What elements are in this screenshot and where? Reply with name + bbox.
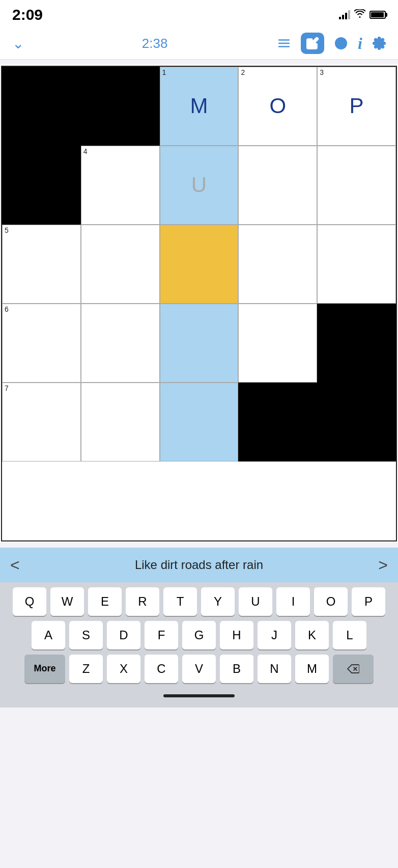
cell-r1c3[interactable]: 1 M	[160, 67, 239, 146]
more-key[interactable]: More	[24, 655, 65, 683]
key-j[interactable]: J	[258, 621, 291, 649]
status-icons	[339, 9, 386, 21]
cell-r5c5	[317, 383, 396, 462]
clue-next-button[interactable]: >	[378, 557, 388, 573]
key-u[interactable]: U	[239, 587, 272, 616]
keyboard-container: Q W E R T Y U I O P A S D F G H J K L Mo…	[0, 582, 398, 690]
key-g[interactable]: G	[182, 621, 216, 649]
cell-r4c5	[317, 304, 396, 383]
clue-bar: < Like dirt roads after rain >	[0, 548, 398, 582]
clue-prev-button[interactable]: <	[10, 557, 20, 573]
key-k[interactable]: K	[295, 621, 329, 649]
settings-icon-button[interactable]	[373, 37, 386, 50]
cell-number-4: 4	[83, 148, 88, 155]
help-icon-button[interactable]	[334, 37, 348, 50]
cell-r1c1	[2, 67, 81, 146]
key-d[interactable]: D	[107, 621, 140, 649]
info-icon-button[interactable]: i	[358, 34, 362, 53]
cell-letter-u: U	[191, 174, 207, 196]
cell-r3c4[interactable]	[238, 225, 317, 304]
key-i[interactable]: I	[276, 587, 310, 616]
cell-letter-o: O	[269, 95, 286, 117]
cell-r1c5[interactable]: 3 P	[317, 67, 396, 146]
cell-r3c5[interactable]	[317, 225, 396, 304]
chevron-down-button[interactable]: ⌄	[12, 35, 24, 52]
cell-r1c2	[81, 67, 160, 146]
battery-icon	[369, 11, 386, 19]
cell-r4c1[interactable]: 6	[2, 304, 81, 383]
key-m[interactable]: M	[295, 655, 329, 683]
cell-r2c3[interactable]: U	[160, 146, 239, 225]
cell-r2c2[interactable]: 4	[81, 146, 160, 225]
keyboard-row-3: More Z X C V B N M	[2, 655, 396, 683]
cell-r5c4	[238, 383, 317, 462]
key-e[interactable]: E	[88, 587, 122, 616]
key-z[interactable]: Z	[69, 655, 103, 683]
edit-icon-button[interactable]	[301, 33, 324, 54]
key-x[interactable]: X	[107, 655, 140, 683]
delete-key[interactable]	[333, 655, 374, 683]
key-w[interactable]: W	[50, 587, 84, 616]
cell-r4c2[interactable]	[81, 304, 160, 383]
cell-r5c1[interactable]: 7	[2, 383, 81, 462]
key-a[interactable]: A	[32, 621, 65, 649]
crossword-grid[interactable]: 1 M 2 O 3 P 4 U 5 6	[1, 66, 397, 541]
cell-r2c1	[2, 146, 81, 225]
status-time: 2:09	[12, 6, 43, 23]
key-h[interactable]: H	[220, 621, 253, 649]
cell-r3c2[interactable]	[81, 225, 160, 304]
keyboard-row-1: Q W E R T Y U I O P	[2, 587, 396, 616]
key-o[interactable]: O	[314, 587, 348, 616]
key-f[interactable]: F	[145, 621, 178, 649]
crossword-container: 1 M 2 O 3 P 4 U 5 6	[0, 65, 398, 542]
key-l[interactable]: L	[333, 621, 366, 649]
key-c[interactable]: C	[145, 655, 178, 683]
cell-r3c3[interactable]	[160, 225, 239, 304]
wifi-icon	[354, 9, 365, 21]
cell-letter-p: P	[350, 95, 364, 117]
key-v[interactable]: V	[182, 655, 216, 683]
signal-icon	[339, 10, 350, 19]
key-n[interactable]: N	[258, 655, 291, 683]
app-toolbar: ⌄ 2:38	[0, 28, 398, 60]
cell-number-3: 3	[320, 69, 324, 76]
cell-r1c4[interactable]: 2 O	[238, 67, 317, 146]
key-b[interactable]: B	[220, 655, 253, 683]
cell-r4c4[interactable]	[238, 304, 317, 383]
key-y[interactable]: Y	[201, 587, 235, 616]
cell-number-2: 2	[241, 69, 245, 76]
clue-text: Like dirt roads after rain	[20, 558, 379, 572]
key-p[interactable]: P	[352, 587, 385, 616]
cell-r4c3[interactable]	[160, 304, 239, 383]
keyboard-row-2: A S D F G H J K L	[2, 621, 396, 649]
cell-r2c5[interactable]	[317, 146, 396, 225]
status-bar: 2:09	[0, 0, 398, 28]
key-q[interactable]: Q	[13, 587, 46, 616]
key-s[interactable]: S	[69, 621, 103, 649]
cell-letter-m: M	[190, 95, 208, 117]
timer-display: 2:38	[142, 36, 168, 51]
home-indicator	[163, 694, 235, 697]
home-indicator-area	[0, 690, 398, 708]
toolbar-icons: i	[277, 33, 386, 54]
list-icon-button[interactable]	[277, 37, 291, 50]
cell-r5c3[interactable]	[160, 383, 239, 462]
cell-r5c2[interactable]	[81, 383, 160, 462]
cell-r2c4[interactable]	[238, 146, 317, 225]
cell-number-7: 7	[5, 385, 9, 392]
key-t[interactable]: T	[163, 587, 197, 616]
cell-r3c1[interactable]: 5	[2, 225, 81, 304]
cell-number-5: 5	[5, 227, 9, 234]
cell-number-6: 6	[5, 306, 9, 313]
cell-number-1: 1	[162, 69, 166, 76]
key-r[interactable]: R	[126, 587, 159, 616]
